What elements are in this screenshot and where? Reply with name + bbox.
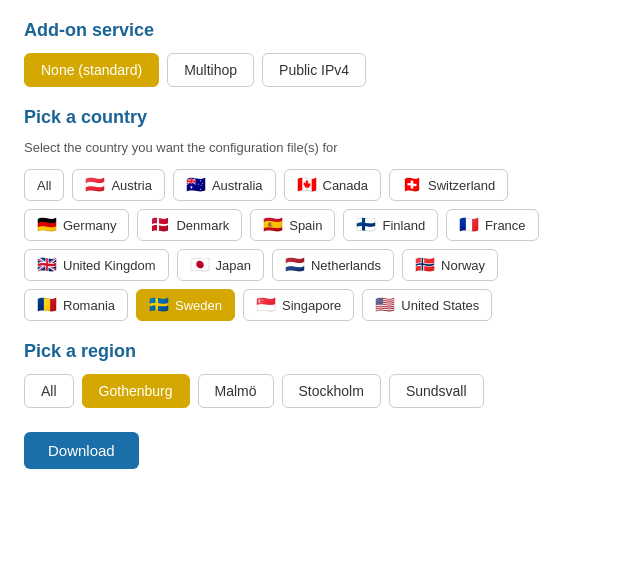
country-romania[interactable]: 🇷🇴Romania	[24, 289, 128, 321]
flag-germany: 🇩🇪	[37, 217, 57, 233]
flag-finland: 🇫🇮	[356, 217, 376, 233]
addon-title: Add-on service	[24, 20, 599, 41]
country-austria[interactable]: 🇦🇹Austria	[72, 169, 164, 201]
country-germany[interactable]: 🇩🇪Germany	[24, 209, 129, 241]
flag-singapore: 🇸🇬	[256, 297, 276, 313]
download-button[interactable]: Download	[24, 432, 139, 469]
country-singapore[interactable]: 🇸🇬Singapore	[243, 289, 354, 321]
country-us[interactable]: 🇺🇸United States	[362, 289, 492, 321]
country-label: Canada	[323, 178, 369, 193]
country-label: Spain	[289, 218, 322, 233]
flag-us: 🇺🇸	[375, 297, 395, 313]
country-label: Singapore	[282, 298, 341, 313]
flag-norway: 🇳🇴	[415, 257, 435, 273]
flag-switzerland: 🇨🇭	[402, 177, 422, 193]
country-canada[interactable]: 🇨🇦Canada	[284, 169, 382, 201]
addon-multihop-button[interactable]: Multihop	[167, 53, 254, 87]
country-sweden[interactable]: 🇸🇪Sweden	[136, 289, 235, 321]
country-label: United Kingdom	[63, 258, 156, 273]
country-australia[interactable]: 🇦🇺Australia	[173, 169, 276, 201]
addon-button-group: None (standard) Multihop Public IPv4	[24, 53, 599, 87]
country-label: Germany	[63, 218, 116, 233]
addon-none-button[interactable]: None (standard)	[24, 53, 159, 87]
country-japan[interactable]: 🇯🇵Japan	[177, 249, 264, 281]
country-norway[interactable]: 🇳🇴Norway	[402, 249, 498, 281]
addon-publicipv4-button[interactable]: Public IPv4	[262, 53, 366, 87]
country-label: Finland	[382, 218, 425, 233]
flag-australia: 🇦🇺	[186, 177, 206, 193]
country-subtitle: Select the country you want the configur…	[24, 140, 599, 155]
country-label: All	[37, 178, 51, 193]
region-gothenburg[interactable]: Gothenburg	[82, 374, 190, 408]
country-label: Switzerland	[428, 178, 495, 193]
country-uk[interactable]: 🇬🇧United Kingdom	[24, 249, 169, 281]
flag-austria: 🇦🇹	[85, 177, 105, 193]
country-label: Australia	[212, 178, 263, 193]
country-label: Sweden	[175, 298, 222, 313]
country-label: Netherlands	[311, 258, 381, 273]
flag-canada: 🇨🇦	[297, 177, 317, 193]
region-all[interactable]: All	[24, 374, 74, 408]
country-label: Romania	[63, 298, 115, 313]
flag-denmark: 🇩🇰	[150, 217, 170, 233]
flag-uk: 🇬🇧	[37, 257, 57, 273]
flag-sweden: 🇸🇪	[149, 297, 169, 313]
flag-romania: 🇷🇴	[37, 297, 57, 313]
region-grid: All Gothenburg Malmö Stockholm Sundsvall	[24, 374, 599, 408]
country-france[interactable]: 🇫🇷France	[446, 209, 538, 241]
flag-netherlands: 🇳🇱	[285, 257, 305, 273]
country-label: Austria	[111, 178, 151, 193]
country-label: Norway	[441, 258, 485, 273]
country-label: France	[485, 218, 525, 233]
country-grid: All 🇦🇹Austria 🇦🇺Australia 🇨🇦Canada 🇨🇭Swi…	[24, 169, 599, 321]
country-all[interactable]: All	[24, 169, 64, 201]
region-sundsvall[interactable]: Sundsvall	[389, 374, 484, 408]
country-label: United States	[401, 298, 479, 313]
country-switzerland[interactable]: 🇨🇭Switzerland	[389, 169, 508, 201]
flag-japan: 🇯🇵	[190, 257, 210, 273]
flag-france: 🇫🇷	[459, 217, 479, 233]
region-stockholm[interactable]: Stockholm	[282, 374, 381, 408]
country-denmark[interactable]: 🇩🇰Denmark	[137, 209, 242, 241]
country-finland[interactable]: 🇫🇮Finland	[343, 209, 438, 241]
country-label: Japan	[216, 258, 251, 273]
region-title: Pick a region	[24, 341, 599, 362]
region-malmo[interactable]: Malmö	[198, 374, 274, 408]
country-title: Pick a country	[24, 107, 599, 128]
flag-spain: 🇪🇸	[263, 217, 283, 233]
country-spain[interactable]: 🇪🇸Spain	[250, 209, 335, 241]
country-label: Denmark	[176, 218, 229, 233]
country-netherlands[interactable]: 🇳🇱Netherlands	[272, 249, 394, 281]
